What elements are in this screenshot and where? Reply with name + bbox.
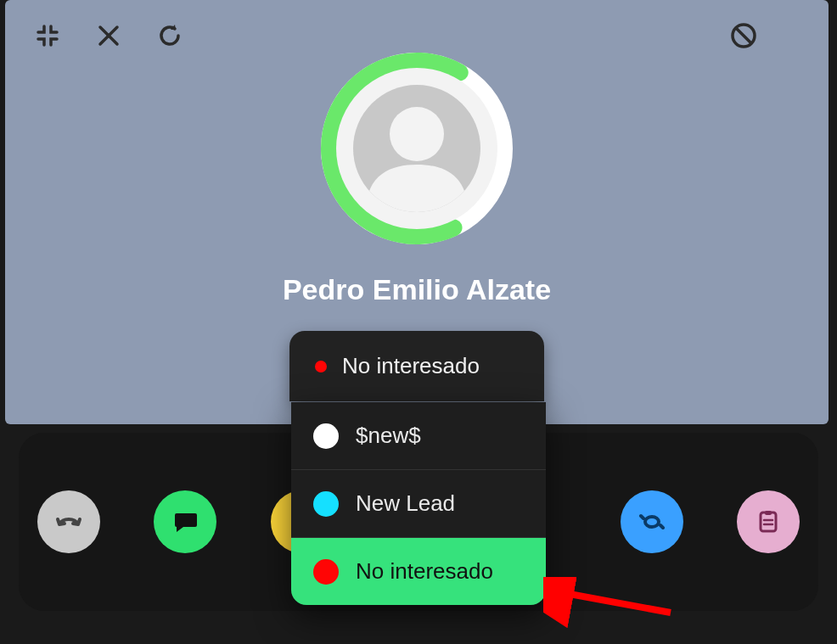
refresh-icon[interactable]	[154, 20, 185, 51]
status-option-label: $new$	[356, 423, 421, 449]
status-dot-icon	[315, 361, 327, 372]
app-stage: Pedro Emilio Alzate No interesado $new$ …	[0, 0, 837, 644]
status-selector[interactable]: No interesado	[289, 331, 544, 401]
contact-name: Pedro Emilio Alzate	[5, 273, 829, 306]
status-current-label: No interesado	[342, 353, 480, 379]
activity-button[interactable]	[621, 490, 683, 553]
svg-rect-5	[761, 512, 776, 531]
transfer-button[interactable]	[37, 490, 100, 553]
chat-button[interactable]	[154, 490, 216, 553]
tasks-button[interactable]	[737, 490, 800, 553]
minimize-icon[interactable]	[32, 20, 63, 51]
status-swatch-icon	[313, 559, 339, 585]
status-option-new[interactable]: $new$	[291, 402, 546, 469]
status-option-new-lead[interactable]: New Lead	[291, 469, 546, 537]
status-swatch-icon	[313, 491, 339, 517]
svg-point-3	[390, 107, 444, 161]
avatar-progress-ring	[319, 51, 514, 246]
status-swatch-icon	[313, 423, 339, 449]
status-option-label: No interesado	[356, 558, 493, 585]
annotation-arrow-icon	[543, 577, 679, 628]
toolbar-right	[728, 20, 759, 51]
block-icon[interactable]	[728, 20, 759, 51]
status-option-no-interesado[interactable]: No interesado	[291, 537, 546, 605]
toolbar-left	[32, 20, 185, 51]
close-icon[interactable]	[93, 20, 124, 51]
avatar	[336, 68, 497, 229]
svg-line-7	[560, 592, 671, 613]
contact-card: Pedro Emilio Alzate No interesado	[5, 0, 829, 424]
status-dropdown: $new$ New Lead No interesado	[291, 402, 546, 605]
svg-rect-6	[765, 511, 772, 515]
status-option-label: New Lead	[356, 490, 455, 517]
